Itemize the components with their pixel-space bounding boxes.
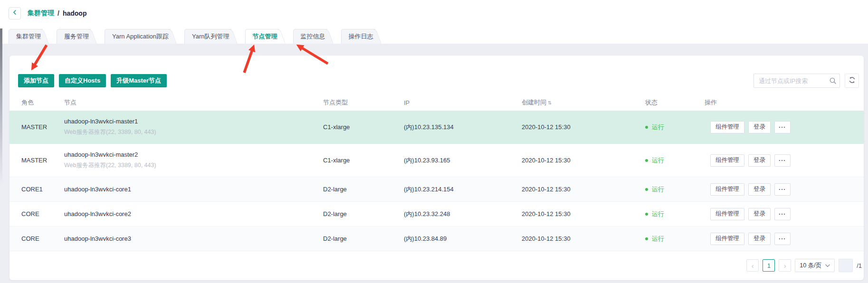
- node-cell: uhadoop-ln3wvkci-core3: [64, 235, 323, 242]
- column-header-label: 角色: [21, 98, 34, 107]
- node-subtitle: Web服务器推荐(22, 3389, 80, 443): [64, 161, 323, 170]
- role-cell: MASTER: [21, 123, 64, 131]
- row-actions: 组件管理登录···: [705, 233, 864, 245]
- column-header-label: 状态: [645, 98, 658, 107]
- login-button[interactable]: 登录: [748, 208, 771, 220]
- status-cell: 运行: [645, 156, 705, 165]
- breadcrumb-current: hadoop: [63, 9, 87, 17]
- node-name: uhadoop-ln3wvkci-core3: [64, 235, 323, 242]
- ip-cell: (内)10.23.93.165: [404, 156, 522, 165]
- tab-label: 服务管理: [64, 33, 89, 40]
- total-pages-label: /1: [857, 262, 862, 269]
- node-name: uhadoop-ln3wvkci-master1: [64, 118, 323, 125]
- add-node-button[interactable]: 添加节点: [18, 74, 54, 87]
- node-table: 角色节点节点类型IP创建时间⇅状态操作 MASTERuhadoop-ln3wvk…: [10, 94, 864, 251]
- node-cell: uhadoop-ln3wvkci-master2Web服务器推荐(22, 338…: [64, 151, 323, 170]
- column-header-label: 节点: [64, 98, 76, 107]
- node-type-cell: D2-large: [323, 186, 404, 193]
- table-body: MASTERuhadoop-ln3wvkci-master1Web服务器推荐(2…: [10, 111, 864, 251]
- column-header: 节点: [64, 98, 323, 107]
- more-button[interactable]: ···: [774, 121, 791, 133]
- status-label: 运行: [652, 185, 664, 194]
- uhadoop-console-screen: 集群管理 / hadoop 集群管理服务管理Yarn Application跟踪…: [0, 0, 868, 283]
- tab-label: 集群管理: [16, 33, 41, 40]
- sort-icon[interactable]: ⇅: [548, 100, 552, 105]
- search-box: [754, 74, 840, 88]
- refresh-button[interactable]: [845, 74, 859, 88]
- status-dot-icon: [645, 237, 648, 240]
- login-button[interactable]: 登录: [748, 233, 771, 245]
- tab-monitoring-info[interactable]: 监控信息: [293, 29, 331, 44]
- breadcrumb-parent-link[interactable]: 集群管理: [28, 9, 54, 18]
- node-subtitle: Web服务器推荐(22, 3389, 80, 443): [64, 128, 323, 136]
- component-management-button[interactable]: 组件管理: [710, 154, 744, 167]
- login-button[interactable]: 登录: [748, 154, 771, 167]
- tab-service-management[interactable]: 服务管理: [57, 29, 95, 44]
- node-type-cell: D2-large: [323, 210, 404, 217]
- column-header-label: 操作: [705, 98, 717, 107]
- more-button[interactable]: ···: [774, 154, 791, 167]
- tab-node-management[interactable]: 节点管理: [245, 29, 283, 44]
- column-header-label: 节点类型: [323, 98, 348, 107]
- tab-label: 操作日志: [349, 33, 373, 40]
- column-header: IP: [404, 99, 522, 106]
- more-button[interactable]: ···: [774, 183, 791, 196]
- node-cell: uhadoop-ln3wvkci-core2: [64, 210, 323, 217]
- ip-cell: (内)10.23.135.134: [404, 123, 522, 132]
- table-row: CORE1uhadoop-ln3wvkci-core1D2-large(内)10…: [10, 177, 864, 202]
- current-page-button[interactable]: 1: [763, 259, 775, 272]
- toolbar-button-group: 添加节点自定义Hosts升级Master节点: [18, 74, 172, 87]
- refresh-icon: [849, 76, 856, 85]
- page-jump-input[interactable]: [839, 259, 853, 272]
- status-dot-icon: [645, 188, 648, 191]
- component-management-button[interactable]: 组件管理: [710, 121, 744, 133]
- tab-operation-log[interactable]: 操作日志: [341, 29, 379, 44]
- component-management-button[interactable]: 组件管理: [710, 233, 744, 245]
- role-cell: CORE: [21, 210, 64, 217]
- table-row: MASTERuhadoop-ln3wvkci-master1Web服务器推荐(2…: [10, 111, 864, 144]
- role-cell: CORE: [21, 235, 64, 242]
- breadcrumb-separator: /: [57, 9, 59, 17]
- table-row: COREuhadoop-ln3wvkci-core3D2-large(内)10.…: [10, 226, 864, 251]
- search-input[interactable]: [754, 74, 840, 88]
- row-actions: 组件管理登录···: [705, 183, 864, 196]
- node-cell: uhadoop-ln3wvkci-master1Web服务器推荐(22, 338…: [64, 118, 323, 136]
- more-button[interactable]: ···: [774, 233, 791, 245]
- node-name: uhadoop-ln3wvkci-core2: [64, 210, 323, 217]
- tab-yarn-application-tracking[interactable]: Yarn Application跟踪: [105, 29, 174, 44]
- status-label: 运行: [652, 210, 664, 218]
- column-header-label: 创建时间: [522, 98, 546, 107]
- node-name: uhadoop-ln3wvkci-core1: [64, 186, 323, 193]
- search-icon[interactable]: [829, 77, 837, 86]
- ip-cell: (内)10.23.84.89: [404, 235, 522, 243]
- tab-yarn-queue-management[interactable]: Yarn队列管理: [184, 29, 235, 44]
- chevron-down-icon: [825, 262, 830, 269]
- login-button[interactable]: 登录: [748, 183, 771, 196]
- column-header[interactable]: 创建时间⇅: [522, 98, 645, 107]
- page-size-select[interactable]: 10 条/页: [795, 259, 835, 272]
- tab-label: Yarn Application跟踪: [112, 33, 169, 40]
- created-time-cell: 2020-10-12 15:30: [522, 157, 645, 164]
- column-header: 节点类型: [323, 98, 404, 107]
- created-time-cell: 2020-10-12 15:30: [522, 123, 645, 131]
- more-button[interactable]: ···: [774, 208, 791, 220]
- upgrade-master-node-button[interactable]: 升级Master节点: [111, 74, 167, 87]
- status-cell: 运行: [645, 235, 705, 243]
- toolbar: 添加节点自定义Hosts升级Master节点: [18, 74, 859, 88]
- next-page-button[interactable]: ›: [779, 259, 791, 272]
- component-management-button[interactable]: 组件管理: [710, 183, 744, 196]
- status-cell: 运行: [645, 210, 705, 218]
- column-header: 操作: [705, 98, 864, 107]
- login-button[interactable]: 登录: [748, 121, 771, 133]
- created-time-cell: 2020-10-12 15:30: [522, 210, 645, 217]
- tab-cluster-management[interactable]: 集群管理: [9, 29, 47, 44]
- tab-label: Yarn队列管理: [192, 33, 229, 40]
- custom-hosts-button[interactable]: 自定义Hosts: [59, 74, 106, 87]
- page-size-value: 10 条/页: [800, 262, 821, 270]
- column-header: 角色: [21, 98, 64, 107]
- component-management-button[interactable]: 组件管理: [710, 208, 744, 220]
- pagination: ‹ 1 › 10 条/页 /1: [746, 259, 862, 272]
- row-actions: 组件管理登录···: [705, 121, 864, 133]
- prev-page-button[interactable]: ‹: [746, 259, 759, 272]
- back-button[interactable]: [9, 7, 21, 19]
